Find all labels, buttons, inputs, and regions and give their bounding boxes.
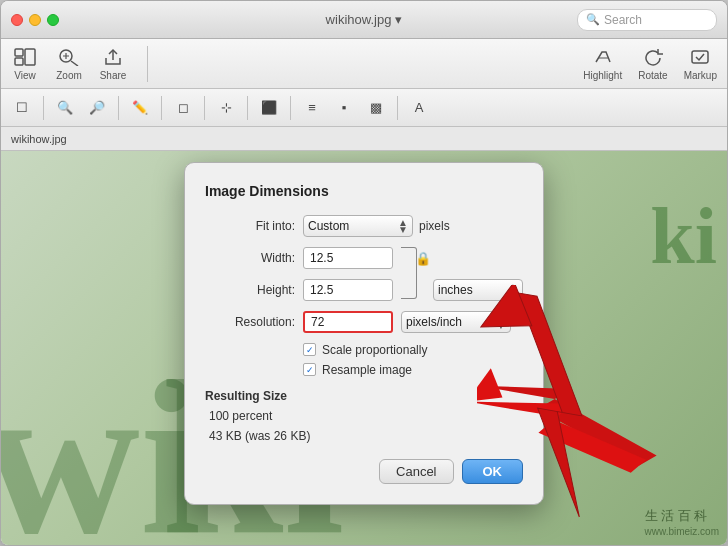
res-unit-arrow-icon: ▲▼ (496, 315, 506, 329)
modal-overlay: Image Dimensions Fit into: Custom ▲▼ pix… (1, 151, 727, 545)
tool-text[interactable]: A (406, 96, 432, 120)
rotate-icon (639, 46, 667, 68)
rotate-label: Rotate (638, 70, 667, 81)
svg-line-4 (71, 61, 78, 66)
resolution-input[interactable] (303, 311, 393, 333)
tool-magnify-out[interactable]: 🔎 (84, 96, 110, 120)
toolbar-right: Highlight Rotate Marku (583, 46, 717, 81)
markup-icon (686, 46, 714, 68)
highlight-label: Highlight (583, 70, 622, 81)
window-title-dropdown[interactable]: ▾ (395, 12, 402, 27)
svg-rect-8 (692, 51, 708, 63)
preview-window: wikihow.jpg ▾ 🔍 Search View (0, 0, 728, 546)
lock-icon: 🔒 (415, 250, 431, 265)
minimize-button[interactable] (29, 14, 41, 26)
modal-title: Image Dimensions (205, 183, 523, 199)
modal-buttons: Cancel OK (205, 459, 523, 484)
width-input[interactable] (303, 247, 393, 269)
resolution-unit-select[interactable]: pixels/inch ▲▼ (401, 311, 511, 333)
tool-crop[interactable]: ⬛ (256, 96, 282, 120)
fit-into-label: Fit into: (205, 219, 295, 233)
kb-text: 43 KB (was 26 KB) (209, 429, 523, 443)
fit-into-group: Custom ▲▼ pixels (303, 215, 450, 237)
window-title-text: wikihow.jpg (326, 12, 392, 27)
resulting-size-title: Resulting Size (205, 389, 523, 403)
resample-row: ✓ Resample image (303, 363, 523, 377)
zoom-icon (55, 46, 83, 68)
tool-list[interactable]: ≡ (299, 96, 325, 120)
tools-sep-7 (397, 96, 398, 120)
tool-select2[interactable]: ⊹ (213, 96, 239, 120)
tools-sep-3 (161, 96, 162, 120)
resample-label: Resample image (322, 363, 412, 377)
search-label: Search (604, 13, 642, 27)
scale-proportionally-row: ✓ Scale proportionally (303, 343, 523, 357)
fit-into-value: Custom (308, 219, 349, 233)
fit-into-unit: pixels (419, 219, 450, 233)
main-toolbar: View Zoom Share (1, 39, 727, 89)
markup-label: Markup (684, 70, 717, 81)
scale-label: Scale proportionally (322, 343, 427, 357)
titlebar: wikihow.jpg ▾ 🔍 Search (1, 1, 727, 39)
search-bar[interactable]: 🔍 Search (577, 9, 717, 31)
tools-sep-5 (247, 96, 248, 120)
share-icon (99, 46, 127, 68)
close-button[interactable] (11, 14, 23, 26)
tools-sep-1 (43, 96, 44, 120)
toolbar-markup[interactable]: Markup (684, 46, 717, 81)
fit-into-row: Fit into: Custom ▲▼ pixels (205, 215, 523, 237)
scale-checkbox[interactable]: ✓ (303, 343, 316, 356)
unit-arrow-icon: ▲▼ (508, 283, 518, 297)
height-label: Height: (205, 283, 295, 297)
toolbar-zoom[interactable]: Zoom (55, 46, 83, 81)
toolbar-highlight[interactable]: Highlight (583, 46, 622, 81)
tool-shape[interactable]: ◻ (170, 96, 196, 120)
highlight-icon (589, 46, 617, 68)
zoom-label: Zoom (56, 70, 82, 81)
toolbar-view[interactable]: View (11, 46, 39, 81)
tool-pen[interactable]: ✏️ (127, 96, 153, 120)
share-label: Share (100, 70, 127, 81)
traffic-lights (11, 14, 59, 26)
resolution-label: Resolution: (205, 315, 295, 329)
search-icon: 🔍 (586, 13, 600, 26)
image-dimensions-dialog: Image Dimensions Fit into: Custom ▲▼ pix… (184, 162, 544, 505)
filename-bar: wikihow.jpg (1, 127, 727, 151)
select-arrow-icon: ▲▼ (398, 219, 408, 233)
tool-rect-fill[interactable]: ▪ (331, 96, 357, 120)
fit-into-select[interactable]: Custom ▲▼ (303, 215, 413, 237)
resolution-row: Resolution: pixels/inch ▲▼ (205, 311, 523, 333)
dimension-unit-select[interactable]: inches ▲▼ (433, 279, 523, 301)
content-area: wi ki ki 生 活 百 科 www.bimeiz.com Image Di… (1, 151, 727, 545)
tools-row: ☐ 🔍 🔎 ✏️ ◻ ⊹ ⬛ ≡ ▪ ▩ A (1, 89, 727, 127)
tools-sep-6 (290, 96, 291, 120)
window-title: wikihow.jpg ▾ (326, 12, 403, 27)
fullscreen-button[interactable] (47, 14, 59, 26)
svg-rect-0 (15, 49, 23, 56)
percent-text: 100 percent (209, 409, 523, 423)
height-row: Height: inches ▲▼ (205, 279, 523, 301)
tools-sep-4 (204, 96, 205, 120)
ok-button[interactable]: OK (462, 459, 524, 484)
tool-selection[interactable]: ☐ (9, 96, 35, 120)
toolbar-separator-1 (147, 46, 148, 82)
tools-sep-2 (118, 96, 119, 120)
tool-magnify[interactable]: 🔍 (52, 96, 78, 120)
unit-value: inches (438, 283, 473, 297)
svg-rect-1 (15, 58, 23, 65)
view-label: View (14, 70, 36, 81)
cancel-button[interactable]: Cancel (379, 459, 453, 484)
svg-rect-2 (25, 49, 35, 65)
view-icon (11, 46, 39, 68)
filename-text: wikihow.jpg (11, 133, 67, 145)
tool-fill-adj[interactable]: ▩ (363, 96, 389, 120)
toolbar-share[interactable]: Share (99, 46, 127, 81)
toolbar-rotate[interactable]: Rotate (638, 46, 667, 81)
height-input[interactable] (303, 279, 393, 301)
resample-checkbox[interactable]: ✓ (303, 363, 316, 376)
width-row: Width: 🔒 (205, 247, 523, 269)
resolution-unit-value: pixels/inch (406, 315, 462, 329)
width-label: Width: (205, 251, 295, 265)
